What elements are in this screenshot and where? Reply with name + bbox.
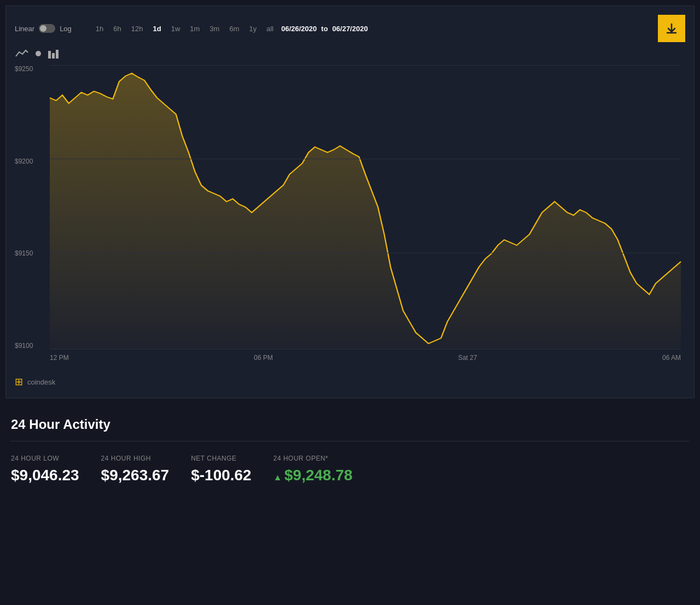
scale-toggle[interactable] bbox=[39, 24, 55, 33]
date-range: 06/26/2020 to 06/27/2020 bbox=[281, 25, 368, 33]
y-label-9150: $9150 bbox=[15, 249, 48, 257]
y-label-9100: $9100 bbox=[15, 342, 48, 350]
coindesk-icon: ⊞ bbox=[15, 376, 23, 388]
activity-section: 24 Hour Activity 24 HOUR LOW $9,046.23 2… bbox=[0, 404, 700, 497]
line-chart-btn[interactable] bbox=[15, 49, 29, 59]
stat-24h-open: 24 HOUR OPEN* $9,248.78 bbox=[273, 455, 353, 484]
activity-title: 24 Hour Activity bbox=[11, 417, 689, 432]
scale-toggle-group: Linear Log bbox=[15, 24, 72, 33]
y-axis: $9250 $9200 $9150 $9100 bbox=[15, 65, 48, 350]
linear-label: Linear bbox=[15, 25, 34, 33]
grid-line-mid2 bbox=[50, 253, 681, 253]
date-to: 06/27/2020 bbox=[332, 25, 368, 33]
chart-toolbar: Linear Log 1h 6h 12h 1d 1w 1m 3m 6m 1y a… bbox=[6, 15, 694, 49]
grid-line-bottom bbox=[50, 349, 681, 350]
x-label-12pm: 12 PM bbox=[50, 354, 69, 362]
line-chart-icon bbox=[15, 49, 29, 59]
time-btn-1y[interactable]: 1y bbox=[247, 24, 259, 34]
stat-24h-high: 24 HOUR HIGH $9,263.67 bbox=[101, 455, 170, 484]
time-btn-6m[interactable]: 6m bbox=[227, 24, 241, 34]
y-label-9200: $9200 bbox=[15, 158, 48, 165]
grid-line-mid1 bbox=[50, 159, 681, 159]
time-btn-1m[interactable]: 1m bbox=[188, 24, 202, 34]
time-btn-1w[interactable]: 1w bbox=[169, 24, 183, 34]
time-btn-12h[interactable]: 12h bbox=[129, 24, 145, 34]
bar-chart-icon bbox=[48, 49, 60, 59]
activity-stats: 24 HOUR LOW $9,046.23 24 HOUR HIGH $9,26… bbox=[11, 455, 689, 484]
grid-line-top bbox=[50, 65, 681, 66]
stat-net-change: NET CHANGE $-100.62 bbox=[191, 455, 252, 484]
time-btn-1d[interactable]: 1d bbox=[150, 24, 163, 34]
time-btn-all[interactable]: all bbox=[264, 24, 276, 34]
coindesk-label: coindesk bbox=[27, 378, 55, 386]
time-btn-3m[interactable]: 3m bbox=[207, 24, 221, 34]
activity-divider bbox=[11, 441, 689, 441]
x-label-6pm: 06 PM bbox=[254, 354, 273, 362]
date-from: 06/26/2020 bbox=[281, 25, 317, 33]
stat-value-net: $-100.62 bbox=[191, 467, 252, 484]
x-label-sat27: Sat 27 bbox=[458, 354, 477, 362]
x-label-6am: 06 AM bbox=[662, 354, 681, 362]
x-axis: 12 PM 06 PM Sat 27 06 AM bbox=[50, 350, 681, 366]
time-period-controls: 1h 6h 12h 1d 1w 1m 3m 6m 1y all 06/26/20… bbox=[94, 24, 647, 34]
y-label-9250: $9250 bbox=[15, 65, 48, 73]
stat-label-high: 24 HOUR HIGH bbox=[101, 455, 170, 462]
chart-container: Linear Log 1h 6h 12h 1d 1w 1m 3m 6m 1y a… bbox=[5, 5, 695, 398]
bar-chart-btn[interactable] bbox=[48, 49, 60, 59]
chart-area bbox=[50, 65, 681, 350]
download-button[interactable] bbox=[658, 15, 685, 42]
stat-label-net: NET CHANGE bbox=[191, 455, 252, 462]
dot-chart-btn[interactable] bbox=[36, 51, 41, 56]
stat-label-low: 24 HOUR LOW bbox=[11, 455, 79, 462]
stat-value-high: $9,263.67 bbox=[101, 467, 170, 484]
chart-type-controls bbox=[6, 49, 694, 65]
svg-rect-2 bbox=[56, 50, 59, 59]
stat-24h-low: 24 HOUR LOW $9,046.23 bbox=[11, 455, 79, 484]
coindesk-logo: ⊞ coindesk bbox=[6, 371, 694, 392]
svg-rect-0 bbox=[48, 51, 51, 59]
stat-value-open: $9,248.78 bbox=[273, 467, 353, 484]
download-icon bbox=[666, 22, 678, 34]
time-btn-6h[interactable]: 6h bbox=[111, 24, 123, 34]
grid-lines bbox=[50, 65, 681, 349]
stat-label-open: 24 HOUR OPEN* bbox=[273, 455, 353, 462]
chart-wrapper: $9250 $9200 $9150 $9100 bbox=[6, 65, 694, 371]
date-separator: to bbox=[321, 25, 328, 33]
log-label: Log bbox=[60, 25, 72, 33]
time-btn-1h[interactable]: 1h bbox=[94, 24, 106, 34]
stat-value-low: $9,046.23 bbox=[11, 467, 79, 484]
svg-rect-1 bbox=[52, 53, 55, 59]
